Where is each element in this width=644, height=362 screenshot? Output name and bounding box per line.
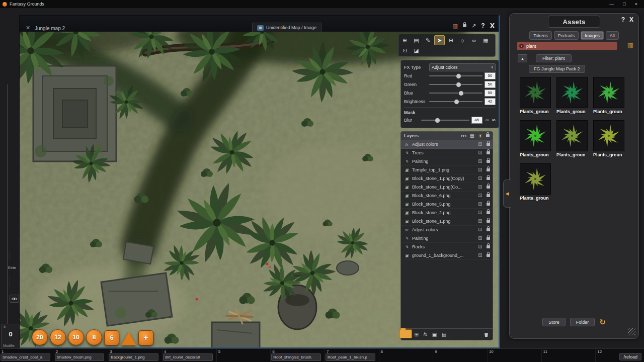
- add-image-layer-icon[interactable]: ▣: [432, 332, 437, 337]
- grid-icon[interactable]: ▦: [470, 133, 474, 139]
- layer-die-icon[interactable]: ⚄: [478, 236, 482, 241]
- asset-item[interactable]: Plants_groun: [556, 77, 588, 114]
- layer-die-icon[interactable]: ⚄: [478, 167, 482, 172]
- view-icon[interactable]: ∞: [469, 35, 479, 45]
- left-eye-button[interactable]: [10, 295, 19, 303]
- grid-icon[interactable]: ▦: [480, 35, 491, 45]
- map-close-icon[interactable]: ✕: [26, 25, 30, 31]
- layer-row[interactable]: ▣ Block_stone_5.png ⚄: [401, 200, 493, 209]
- green-value[interactable]: 50: [485, 81, 496, 88]
- layer-row[interactable]: ✎ Painting ⚄: [401, 234, 493, 243]
- help-icon[interactable]: ?: [481, 22, 485, 29]
- hotkey-button[interactable]: Shadow_brush.png: [55, 353, 105, 361]
- hotkey-button[interactable]: Roof_shingles_brush.: [271, 353, 321, 361]
- layer-row[interactable]: ▣ Block_stone_2.png ⚄: [401, 209, 493, 217]
- hotkey-slot[interactable]: 11: [542, 349, 596, 362]
- brush-icon[interactable]: ✎: [423, 35, 433, 45]
- lighting-icon[interactable]: ☼: [457, 35, 468, 45]
- layer-row[interactable]: fx Adjust colors ⚄: [401, 226, 493, 234]
- left-shield-icon[interactable]: [9, 277, 10, 286]
- red-value[interactable]: 50: [485, 72, 496, 79]
- layer-die-icon[interactable]: ⚄: [478, 227, 482, 232]
- layer-row[interactable]: ▣ ground_1_background_... ⚄: [401, 251, 493, 260]
- layer-row[interactable]: ▣ Block_stone_1.png(Co... ⚄: [401, 183, 493, 192]
- layer-lock-icon[interactable]: [487, 228, 490, 231]
- tab-tokens[interactable]: Tokens: [529, 31, 552, 40]
- layer-die-icon[interactable]: ⚄: [478, 253, 482, 258]
- layer-lock-icon[interactable]: [487, 194, 490, 197]
- lock-icon[interactable]: [486, 134, 490, 137]
- layer-die-icon[interactable]: ⚄: [478, 219, 482, 224]
- link-icon[interactable]: ◪: [411, 45, 422, 55]
- mask-toggle-icon[interactable]: ∞: [492, 117, 496, 123]
- filter-chip[interactable]: Filter: plant: [536, 54, 572, 62]
- hotkey-button[interactable]: dirt_round_decorati: [163, 353, 213, 361]
- brightness-value[interactable]: 42: [485, 98, 496, 105]
- asset-item[interactable]: Plants_groun: [520, 120, 551, 157]
- layer-lock-icon[interactable]: [487, 151, 490, 154]
- layer-row[interactable]: ▣ Block_stone_1.png(Copy) ⚄: [401, 174, 493, 183]
- layer-die-icon[interactable]: ⚄: [478, 176, 482, 181]
- grid-move-icon[interactable]: ⊞: [446, 35, 456, 45]
- layer-lock-icon[interactable]: [487, 168, 490, 171]
- layer-lock-icon[interactable]: [487, 143, 490, 146]
- folder-button[interactable]: Folder: [570, 318, 595, 326]
- left-shortcut-icon[interactable]: [9, 251, 10, 260]
- layer-die-icon[interactable]: ⚄: [478, 185, 482, 190]
- green-slider[interactable]: [429, 81, 482, 87]
- minimize-icon[interactable]: —: [609, 2, 614, 7]
- tab-portraits[interactable]: Portraits: [554, 31, 579, 40]
- asset-item[interactable]: Plants_groun: [556, 120, 588, 157]
- asset-item[interactable]: Plants_groun: [593, 120, 624, 157]
- blue-slider[interactable]: [429, 90, 482, 96]
- layer-row[interactable]: fx Adjust colors ⚄: [401, 140, 493, 149]
- layer-row[interactable]: ✎ Rocks ⚄: [401, 243, 493, 251]
- blur-value[interactable]: 45: [471, 117, 482, 124]
- layer-lock-icon[interactable]: [487, 245, 490, 248]
- hotkey-button[interactable]: Shadow_crest_coat_a: [1, 353, 50, 361]
- close-icon[interactable]: X: [629, 16, 633, 23]
- lock-icon[interactable]: [463, 24, 466, 27]
- hotkey-slot[interactable]: 10: [488, 349, 542, 362]
- sun-icon[interactable]: ☀: [478, 133, 482, 139]
- layer-row[interactable]: ✎ Trees ⚄: [401, 149, 493, 157]
- network-icon[interactable]: ⊕: [399, 35, 410, 45]
- hotkey-button[interactable]: Roof_peak_1_brush.p: [326, 353, 375, 361]
- tab-images[interactable]: Images: [581, 31, 604, 40]
- layer-die-icon[interactable]: ⚄: [478, 244, 482, 249]
- search-input[interactable]: x plant: [517, 42, 617, 50]
- close-icon[interactable]: ×: [635, 2, 637, 7]
- layer-die-icon[interactable]: ⚄: [478, 159, 482, 164]
- reload-button[interactable]: /reload: [619, 353, 641, 360]
- mask-view-icon[interactable]: ∞: [486, 117, 489, 123]
- resize-grip[interactable]: [628, 328, 635, 335]
- add-grid-layer-icon[interactable]: ⊞: [414, 332, 418, 337]
- layer-lock-icon[interactable]: [487, 254, 490, 257]
- eye-icon[interactable]: [461, 134, 466, 138]
- frame-icon[interactable]: ⊡: [399, 45, 410, 55]
- fx-type-dropdown[interactable]: Adjust colors ▾: [429, 63, 496, 71]
- add-die-button[interactable]: +: [138, 330, 153, 345]
- add-fx-layer-icon[interactable]: fx: [424, 332, 427, 337]
- layer-lock-icon[interactable]: [487, 203, 490, 206]
- d12-die[interactable]: 12: [50, 329, 66, 345]
- layer-die-icon[interactable]: ⚄: [478, 202, 482, 207]
- blue-value[interactable]: 55: [485, 89, 496, 97]
- layer-row[interactable]: ✎ Painting ⚄: [401, 157, 493, 166]
- red-slider[interactable]: [429, 73, 482, 79]
- d8-die[interactable]: 8: [86, 329, 102, 345]
- layer-row[interactable]: ▣ Temple_top_1.png ⚄: [401, 166, 493, 174]
- window-close-icon[interactable]: X: [490, 22, 495, 30]
- layer-lock-icon[interactable]: [487, 220, 490, 223]
- hotkey-slot[interactable]: 6 Roof_shingles_brush.: [271, 349, 325, 362]
- layer-lock-icon[interactable]: [487, 237, 490, 240]
- share-cards-icon[interactable]: ▥: [453, 23, 458, 29]
- map-window-header[interactable]: ✕ Jungle map 2 ID Unidentified Map / Ima…: [20, 16, 499, 32]
- maximize-icon[interactable]: □: [623, 2, 625, 7]
- modifier-box[interactable]: ✳ 0 Modifie: [1, 324, 20, 349]
- layer-row[interactable]: ▣ Block_stone_1.png ⚄: [401, 217, 493, 226]
- duplicate-layer-icon[interactable]: ▤: [442, 332, 446, 337]
- hotkey-slot[interactable]: 4 dirt_round_decorati: [163, 349, 217, 362]
- asset-item[interactable]: Plants_groun: [520, 163, 551, 201]
- folder-up-button[interactable]: ▲: [518, 54, 527, 62]
